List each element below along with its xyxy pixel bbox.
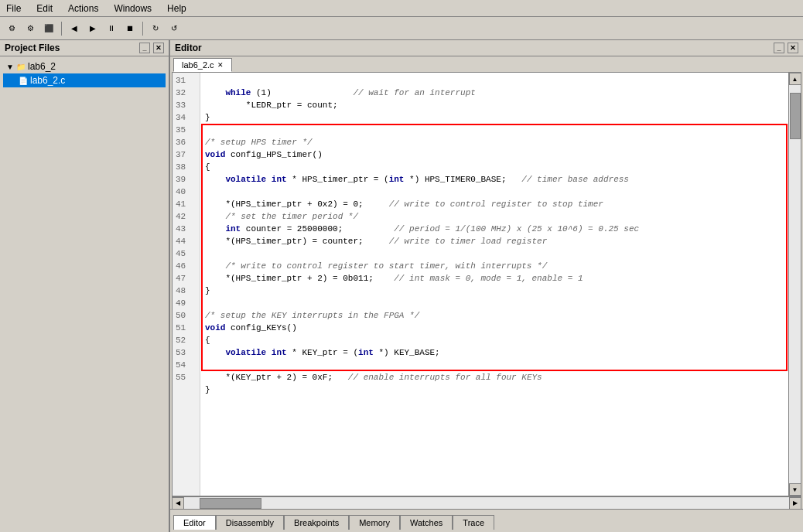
menu-edit[interactable]: Edit bbox=[33, 2, 56, 15]
bottom-tab-memory[interactable]: Memory bbox=[349, 515, 400, 530]
line-num-51: 51 bbox=[176, 322, 196, 334]
line-num-48: 48 bbox=[176, 285, 196, 297]
editor-panel: Editor _ ✕ lab6_2.c ✕ 31 32 33 34 35 36 … bbox=[170, 40, 803, 532]
editor-title: Editor bbox=[175, 43, 202, 53]
tree-label-lab6-2-c: lab6_2.c bbox=[30, 75, 65, 86]
line-num-39: 39 bbox=[176, 173, 196, 186]
code-line-31: while (1) // wait for an interrupt bbox=[205, 88, 476, 97]
code-line-45: /* write to control register to start ti… bbox=[205, 261, 547, 271]
toolbar-step-out[interactable]: ⏹ bbox=[121, 20, 138, 37]
line-numbers: 31 32 33 34 35 36 37 38 39 40 41 42 43 4… bbox=[173, 73, 200, 496]
scroll-left-arrow[interactable]: ◀ bbox=[172, 497, 184, 510]
line-num-37: 37 bbox=[176, 148, 196, 161]
code-line-35: /* setup HPS timer */ bbox=[205, 138, 313, 147]
line-num-55: 55 bbox=[176, 371, 196, 384]
toolbar-step-back[interactable]: ◀ bbox=[66, 20, 83, 37]
line-num-31: 31 bbox=[176, 74, 196, 87]
editor-file-tabs: lab6_2.c ✕ bbox=[170, 56, 803, 72]
project-panel-title: Project Files bbox=[5, 43, 60, 53]
toolbar-step-in[interactable]: ⏸ bbox=[103, 20, 120, 37]
line-num-35: 35 bbox=[176, 124, 196, 136]
line-num-54: 54 bbox=[176, 359, 196, 371]
toolbar-btn3[interactable]: ⬛ bbox=[40, 20, 57, 37]
code-line-32: *LEDR_ptr = count; bbox=[205, 101, 338, 110]
code-container[interactable]: 31 32 33 34 35 36 37 38 39 40 41 42 43 4… bbox=[172, 72, 801, 496]
line-num-38: 38 bbox=[176, 161, 196, 173]
line-num-53: 53 bbox=[176, 346, 196, 359]
editor-minimize-btn[interactable]: _ bbox=[774, 43, 784, 53]
code-line-51: { bbox=[205, 336, 210, 345]
code-line-43: *(HPS_timer_ptr) = counter; // write to … bbox=[205, 237, 547, 246]
line-num-36: 36 bbox=[176, 136, 196, 148]
code-content[interactable]: while (1) // wait for an interrupt *LEDR… bbox=[200, 73, 788, 496]
panel-minimize-btn[interactable]: _ bbox=[139, 43, 150, 53]
toolbar-btn2[interactable]: ⚙ bbox=[22, 20, 39, 37]
editor-close-btn[interactable]: ✕ bbox=[788, 43, 798, 53]
line-num-42: 42 bbox=[176, 210, 196, 223]
code-line-38: volatile int * HPS_timer_ptr = (int *) H… bbox=[205, 175, 629, 184]
tree-item-lab6-2-c[interactable]: 📄 lab6_2.c bbox=[3, 73, 166, 87]
tree-item-lab6-2[interactable]: ▼ 📁 lab6_2 bbox=[3, 60, 166, 73]
code-line-36: void config_HPS_timer() bbox=[205, 150, 323, 159]
code-line-40: *(HPS_timer_ptr + 0x2) = 0; // write to … bbox=[205, 200, 603, 209]
editor-tab-lab6-2-c[interactable]: lab6_2.c ✕ bbox=[173, 58, 232, 72]
bottom-tab-breakpoints[interactable]: Breakpoints bbox=[284, 515, 349, 530]
scroll-track-h[interactable] bbox=[184, 497, 789, 509]
scroll-track-v[interactable] bbox=[789, 85, 801, 483]
scroll-up-arrow[interactable]: ▲ bbox=[789, 73, 801, 85]
main-layout: Project Files _ ✕ ▼ 📁 lab6_2 📄 lab6_2.c … bbox=[0, 40, 803, 532]
scroll-right-arrow[interactable]: ▶ bbox=[789, 497, 801, 510]
bottom-tab-disassembly[interactable]: Disassembly bbox=[216, 515, 284, 530]
code-line-52: volatile int * KEY_ptr = (int *) KEY_BAS… bbox=[205, 348, 440, 357]
line-num-32: 32 bbox=[176, 87, 196, 99]
code-line-42: int counter = 25000000; // period = 1/(1… bbox=[205, 224, 639, 234]
tree-label-lab6-2: lab6_2 bbox=[28, 61, 56, 72]
bottom-tab-trace[interactable]: Trace bbox=[453, 515, 494, 530]
code-line-41: /* set the timer period */ bbox=[205, 212, 358, 221]
panel-close-btn[interactable]: ✕ bbox=[153, 43, 164, 53]
editor-tab-label: lab6_2.c bbox=[182, 60, 214, 70]
line-num-34: 34 bbox=[176, 111, 196, 124]
code-line-37: { bbox=[205, 162, 210, 172]
line-num-44: 44 bbox=[176, 235, 196, 247]
bottom-tabs: Editor Disassembly Breakpoints Memory Wa… bbox=[170, 509, 803, 532]
scroll-down-arrow[interactable]: ▼ bbox=[789, 483, 801, 496]
bottom-tab-editor[interactable]: Editor bbox=[173, 515, 216, 530]
code-line-49: /* setup the KEY interrupts in the FPGA … bbox=[205, 311, 419, 320]
scroll-thumb-h[interactable] bbox=[200, 498, 261, 509]
scrollbar-vertical[interactable]: ▲ ▼ bbox=[788, 73, 801, 496]
tree-expand-icon: ▼ bbox=[6, 63, 14, 71]
menu-help[interactable]: Help bbox=[164, 2, 190, 15]
code-line-55: } bbox=[205, 385, 210, 394]
tab-close-icon[interactable]: ✕ bbox=[217, 61, 224, 69]
toolbar-step-over[interactable]: ▶ bbox=[84, 20, 101, 37]
toolbar-sep1 bbox=[61, 22, 62, 36]
line-num-43: 43 bbox=[176, 223, 196, 235]
project-panel-titlebar: Project Files _ ✕ bbox=[0, 40, 169, 56]
menu-file[interactable]: File bbox=[3, 2, 24, 15]
bottom-tab-watches[interactable]: Watches bbox=[400, 515, 453, 530]
line-num-49: 49 bbox=[176, 297, 196, 309]
toolbar-compile[interactable]: ↻ bbox=[147, 20, 164, 37]
toolbar: ⚙ ⚙ ⬛ ◀ ▶ ⏸ ⏹ ↻ ↺ bbox=[0, 17, 803, 40]
toolbar-undo[interactable]: ↺ bbox=[166, 20, 183, 37]
file-icon: 📄 bbox=[19, 77, 28, 85]
scrollbar-horizontal[interactable]: ◀ ▶ bbox=[172, 496, 801, 509]
line-num-50: 50 bbox=[176, 309, 196, 322]
toolbar-settings[interactable]: ⚙ bbox=[3, 20, 20, 37]
line-num-52: 52 bbox=[176, 334, 196, 346]
line-num-45: 45 bbox=[176, 247, 196, 260]
line-num-40: 40 bbox=[176, 186, 196, 198]
line-num-46: 46 bbox=[176, 260, 196, 272]
menu-actions[interactable]: Actions bbox=[65, 2, 101, 15]
panel-controls: _ ✕ bbox=[139, 43, 164, 53]
menubar: File Edit Actions Windows Help bbox=[0, 0, 803, 17]
folder-icon: 📁 bbox=[16, 63, 26, 71]
menu-windows[interactable]: Windows bbox=[111, 2, 155, 15]
code-line-47: } bbox=[205, 286, 210, 295]
line-num-33: 33 bbox=[176, 99, 196, 111]
code-line-50: void config_KEYs() bbox=[205, 323, 297, 332]
scroll-thumb-v[interactable] bbox=[790, 93, 801, 139]
line-num-41: 41 bbox=[176, 198, 196, 210]
project-panel: Project Files _ ✕ ▼ 📁 lab6_2 📄 lab6_2.c bbox=[0, 40, 170, 532]
